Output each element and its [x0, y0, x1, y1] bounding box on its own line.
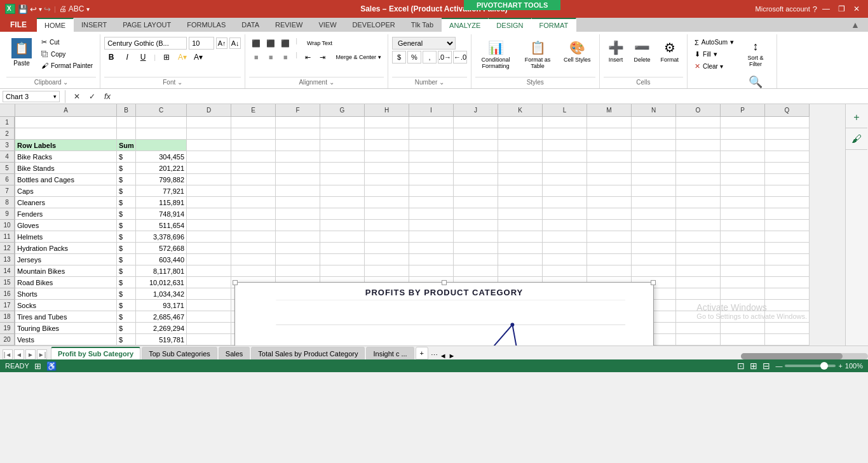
cell[interactable] [320, 220, 365, 231]
cell[interactable] [409, 140, 454, 151]
cell[interactable] [231, 254, 276, 265]
cell[interactable] [543, 243, 587, 254]
row-header-13[interactable]: 13 [0, 254, 15, 265]
cell[interactable] [409, 243, 454, 254]
cell[interactable] [187, 334, 231, 346]
row-header-9[interactable]: 9 [0, 208, 15, 220]
fill-color-btn[interactable]: A▾ [175, 51, 189, 64]
tab-analyze[interactable]: ANALYZE [442, 18, 489, 32]
cell[interactable] [320, 174, 365, 185]
cell[interactable] [765, 334, 810, 346]
cell[interactable] [409, 220, 454, 231]
decrease-font-btn[interactable]: A↓ [229, 37, 241, 49]
decrease-decimal-btn[interactable]: ←.0 [453, 51, 467, 64]
cell[interactable]: 8,117,801 [136, 265, 187, 277]
cell[interactable] [320, 208, 365, 220]
cell[interactable] [498, 117, 543, 128]
tab-top-sub[interactable]: Top Sub Categories [142, 347, 217, 359]
cell[interactable] [587, 197, 632, 208]
cut-button[interactable]: ✂ Cut [38, 37, 96, 48]
cell[interactable] [320, 197, 365, 208]
cell[interactable] [15, 128, 117, 140]
cell[interactable] [320, 243, 365, 254]
cell[interactable] [320, 163, 365, 174]
cell[interactable]: Shorts [15, 288, 117, 300]
cell[interactable] [676, 254, 721, 265]
cell[interactable] [721, 323, 765, 334]
name-box-dropdown[interactable]: ▾ [53, 93, 57, 100]
cell[interactable] [721, 254, 765, 265]
cell[interactable] [765, 128, 810, 140]
cell[interactable] [498, 185, 543, 197]
cell[interactable] [454, 174, 498, 185]
zoom-out-btn[interactable]: — [775, 362, 782, 370]
cell[interactable] [276, 174, 320, 185]
cell[interactable]: Cleaners [15, 197, 117, 208]
cell[interactable] [187, 254, 231, 265]
row-header-2[interactable]: 2 [0, 128, 15, 140]
cell[interactable]: 1,034,342 [136, 288, 187, 300]
minimize-btn[interactable]: — [820, 3, 832, 15]
cell[interactable] [320, 265, 365, 277]
col-header-n[interactable]: N [632, 104, 676, 117]
cell[interactable] [231, 185, 276, 197]
cell[interactable] [276, 254, 320, 265]
cell[interactable] [721, 220, 765, 231]
cell[interactable] [676, 265, 721, 277]
cell[interactable]: $ [117, 311, 136, 323]
cell[interactable] [498, 174, 543, 185]
cell[interactable] [765, 220, 810, 231]
col-header-q[interactable]: Q [765, 104, 810, 117]
cell[interactable] [231, 140, 276, 151]
close-btn[interactable]: ✕ [850, 3, 863, 15]
next-sheet-btn[interactable]: ► [25, 349, 36, 359]
cell[interactable] [231, 197, 276, 208]
cell[interactable] [632, 151, 676, 163]
cell[interactable]: 77,921 [136, 185, 187, 197]
confirm-formula-btn[interactable]: ✓ [86, 90, 98, 103]
indent-increase-btn[interactable]: ⇥ [315, 51, 329, 64]
cell[interactable] [276, 151, 320, 163]
cell[interactable]: 115,891 [136, 197, 187, 208]
cell[interactable]: Tires and Tubes [15, 311, 117, 323]
cell[interactable] [365, 163, 409, 174]
fill-btn[interactable]: ⬇ Fill ▾ [691, 49, 737, 60]
cell[interactable] [587, 185, 632, 197]
cell[interactable] [409, 265, 454, 277]
cell[interactable] [587, 231, 632, 243]
tab-developer[interactable]: DEVELOPER [345, 18, 403, 32]
cell[interactable] [454, 185, 498, 197]
cell[interactable] [187, 231, 231, 243]
cell[interactable] [498, 265, 543, 277]
spelling-icon[interactable]: ABC [69, 4, 85, 13]
tab-insert[interactable]: INSERT [74, 18, 115, 32]
cell[interactable] [676, 220, 721, 231]
cell[interactable]: Fenders [15, 208, 117, 220]
comma-btn[interactable]: , [423, 51, 437, 64]
cell[interactable] [187, 300, 231, 311]
cell[interactable] [676, 243, 721, 254]
underline-button[interactable]: U [136, 51, 150, 64]
cell[interactable] [676, 185, 721, 197]
copy-button[interactable]: ⿻ Copy [38, 49, 96, 59]
first-sheet-btn[interactable]: |◄ [3, 349, 13, 359]
cell[interactable] [543, 220, 587, 231]
cell[interactable] [117, 117, 136, 128]
wrap-text-btn[interactable]: Wrap Text [301, 37, 339, 50]
cell[interactable]: Bottles and Cages [15, 174, 117, 185]
corner-cell[interactable] [0, 104, 15, 117]
row-header-5[interactable]: 5 [0, 163, 15, 174]
delete-btn[interactable]: ➖ Delete [630, 37, 655, 66]
cell[interactable] [231, 243, 276, 254]
cell[interactable] [498, 243, 543, 254]
row-header-7[interactable]: 7 [0, 185, 15, 197]
cell[interactable]: $ [117, 185, 136, 197]
cell[interactable] [765, 311, 810, 323]
cell[interactable] [676, 117, 721, 128]
cell[interactable] [15, 117, 117, 128]
cell[interactable]: $ [117, 288, 136, 300]
align-top-center-btn[interactable]: ⬛ [264, 37, 278, 50]
cell[interactable] [676, 277, 721, 288]
cell[interactable] [765, 140, 810, 151]
col-header-e[interactable]: E [231, 104, 276, 117]
